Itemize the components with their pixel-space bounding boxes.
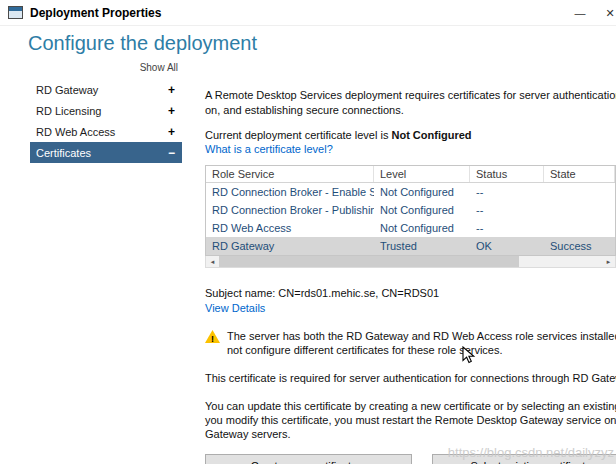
sidebar: Show All RD Gateway + RD Licensing + RD … <box>30 60 182 163</box>
scrollbar-track[interactable] <box>519 256 602 267</box>
sidebar-item-certificates[interactable]: Certificates − <box>30 142 182 163</box>
sidebar-item-rd-web-access[interactable]: RD Web Access + <box>30 121 182 142</box>
warning-icon <box>205 330 220 343</box>
scrollbar-thumb[interactable] <box>219 256 519 267</box>
certificate-level-value: Not Configured <box>391 129 471 141</box>
table-row-selected[interactable]: RD Gateway Trusted OK Success <box>206 237 615 255</box>
horizontal-scrollbar[interactable]: ◄ ► <box>205 256 616 268</box>
sidebar-item-rd-gateway[interactable]: RD Gateway + <box>30 79 182 100</box>
sidebar-item-label: RD Web Access <box>36 126 115 138</box>
main-content: A Remote Desktop Services deployment req… <box>205 88 616 464</box>
sidebar-item-label: RD Gateway <box>36 84 98 96</box>
intro-text: A Remote Desktop Services deployment req… <box>205 88 616 118</box>
certificate-level-help-link[interactable]: What is a certificate level? <box>205 142 616 156</box>
window-title: Deployment Properties <box>30 6 161 20</box>
column-header-status[interactable]: Status <box>470 166 544 182</box>
table-row[interactable]: RD Connection Broker - Publishing Not Co… <box>206 201 615 219</box>
expand-icon[interactable]: + <box>168 83 175 97</box>
subject-name-text: Subject name: CN=rds01.mehic.se, CN=RDS0… <box>205 286 616 301</box>
view-details-link[interactable]: View Details <box>205 301 616 315</box>
sidebar-item-label: Certificates <box>36 147 91 159</box>
window-controls: — ✕ <box>565 0 616 26</box>
table-row[interactable]: RD Web Access Not Configured -- <box>206 219 615 237</box>
collapse-icon[interactable]: − <box>168 146 175 160</box>
table-row[interactable]: RD Connection Broker - Enable Sing Not C… <box>206 183 615 201</box>
deployment-properties-app-icon <box>8 6 23 19</box>
scroll-right-icon[interactable]: ► <box>602 256 615 267</box>
scroll-left-icon[interactable]: ◄ <box>206 256 219 267</box>
column-header-state[interactable]: State <box>544 166 615 182</box>
table-header-row: Role Service Level Status State <box>206 166 615 183</box>
expand-icon[interactable]: + <box>168 104 175 118</box>
certificate-level-text: Current deployment certificate level is … <box>205 128 616 142</box>
update-certificate-text: You can update this certificate by creat… <box>205 399 616 441</box>
close-button[interactable]: ✕ <box>595 0 616 26</box>
create-new-certificate-button[interactable]: Create new certificate... <box>205 454 412 464</box>
minimize-button[interactable]: — <box>565 0 595 26</box>
show-all-link[interactable]: Show All <box>30 60 182 79</box>
certificate-required-text: This certificate is required for server … <box>205 371 616 386</box>
column-header-role-service[interactable]: Role Service <box>206 166 374 182</box>
sidebar-item-label: RD Licensing <box>36 105 101 117</box>
button-row: Create new certificate... Select existin… <box>205 454 616 464</box>
sidebar-item-rd-licensing[interactable]: RD Licensing + <box>30 100 182 121</box>
warning-message: The server has both the RD Gateway and R… <box>205 329 616 357</box>
title-bar: Deployment Properties — ✕ <box>0 0 616 26</box>
expand-icon[interactable]: + <box>168 125 175 139</box>
certificate-table: Role Service Level Status State RD Conne… <box>205 165 616 256</box>
select-existing-certificate-button[interactable]: Select existing certificate... <box>432 454 616 464</box>
column-header-level[interactable]: Level <box>374 166 470 182</box>
page-title: Configure the deployment <box>28 32 257 55</box>
